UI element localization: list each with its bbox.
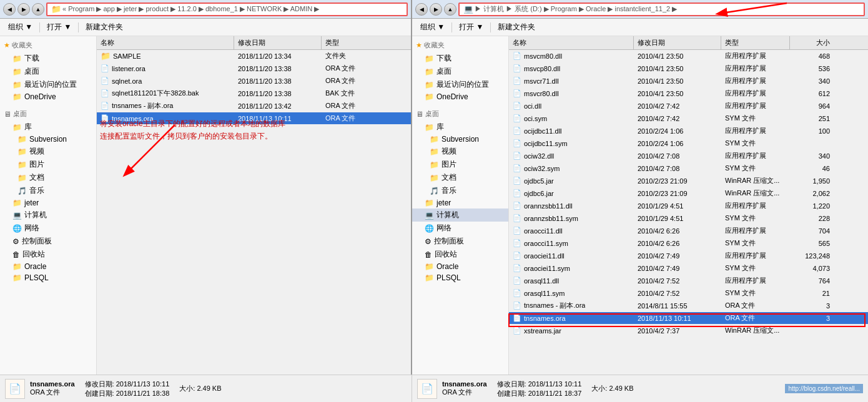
r-file-row[interactable]: 📄 oraociei11.sym 2010/4/2 7:49 SYM 文件 4,… <box>509 262 868 275</box>
sidebar-item-recent[interactable]: 📁 最近访问的位置 <box>0 78 96 91</box>
r-sidebar-computer[interactable]: 💻 计算机 <box>412 208 508 222</box>
sidebar-item-control[interactable]: ⚙ 控制面板 <box>0 235 96 248</box>
file-name-cell: 📁 SAMPLE <box>97 51 234 61</box>
r-up-button[interactable]: ▲ <box>444 3 456 16</box>
left-address-path[interactable]: 📁 « Program ▶ app ▶ jeter ▶ product ▶ 11… <box>46 2 408 16</box>
r-file-row[interactable]: 📄 orasql11.dll 2010/4/2 7:52 应用程序扩展 764 <box>509 275 868 287</box>
r-file-row[interactable]: 📄 ojdbc5.jar 2010/2/23 21:09 WinRAR 压缩文.… <box>509 175 868 187</box>
r-sidebar-jeter[interactable]: 📁 jeter <box>412 197 508 208</box>
file-row-sqlnet-bak[interactable]: 📄 sqlnet1811201下午3828.bak 2018/11/20 13:… <box>97 87 411 100</box>
r-file-row[interactable]: 📄 oci.dll 2010/4/2 7:42 应用程序扩展 964 <box>509 100 868 112</box>
r-file-type-cell: SYM 文件 <box>721 164 790 173</box>
file-row-sqlnet[interactable]: 📄 sqlnet.ora 2018/11/20 13:38 ORA 文件 <box>97 75 411 87</box>
r-file-row[interactable]: 📄 xstreams.jar 2010/4/2 7:37 WinRAR 压缩文.… <box>509 325 868 337</box>
sidebar-item-jeter[interactable]: 📁 jeter <box>0 197 96 208</box>
r-file-row[interactable]: 📄 oci.sym 2010/4/2 7:42 SYM 文件 251 <box>509 112 868 125</box>
r-file-row[interactable]: 📄 tnsnames.ora 2018/11/13 10:11 ORA 文件 3 <box>509 312 868 325</box>
r-file-icon: 📄 <box>513 239 521 247</box>
right-col-headers: 名称 修改日期 类型 大小 <box>509 36 868 50</box>
r-file-row[interactable]: 📄 ojdbc6.jar 2010/2/23 21:09 WinRAR 压缩文.… <box>509 187 868 200</box>
r-file-row[interactable]: 📄 msvcm80.dll 2010/4/1 23:50 应用程序扩展 468 <box>509 50 868 62</box>
r-organize-button[interactable]: 组织 ▼ <box>417 21 448 33</box>
sidebar-item-download[interactable]: 📁 下载 <box>0 52 96 65</box>
r-file-row[interactable]: 📄 oraociei11.dll 2010/4/2 7:49 应用程序扩展 12… <box>509 250 868 262</box>
sidebar-item-doc[interactable]: 📁 文档 <box>0 171 96 184</box>
r-sidebar-subversion[interactable]: 📁 Subversion <box>412 134 508 145</box>
up-button[interactable]: ▲ <box>32 3 44 16</box>
r-sidebar-download[interactable]: 📁 下载 <box>412 52 508 65</box>
col-name-header[interactable]: 名称 <box>97 36 234 49</box>
r-open-button[interactable]: 打开 ▼ <box>456 21 486 33</box>
r-file-row[interactable]: 📄 msvcr80.dll 2010/4/1 23:50 应用程序扩展 612 <box>509 87 868 100</box>
r-sidebar-recycle[interactable]: 🗑 回收站 <box>412 248 508 261</box>
r-file-row[interactable]: 📄 orannzsbb11.sym 2010/1/29 4:51 SYM 文件 … <box>509 212 868 225</box>
r-sidebar-video[interactable]: 📁 视频 <box>412 145 508 158</box>
new-folder-button[interactable]: 新建文件夹 <box>82 21 126 33</box>
r-file-row[interactable]: 📄 tnsnames - 副本.ora 2014/8/11 15:55 ORA … <box>509 300 868 312</box>
file-row-tnsnames-copy[interactable]: 📄 tnsnames - 副本.ora 2018/11/20 13:42 ORA… <box>97 100 411 112</box>
sidebar-item-recycle[interactable]: 🗑 回收站 <box>0 248 96 261</box>
sidebar-item-computer[interactable]: 💻 计算机 <box>0 208 96 222</box>
sidebar-item-pic[interactable]: 📁 图片 <box>0 158 96 171</box>
r-sidebar-doc[interactable]: 📁 文档 <box>412 171 508 184</box>
r-file-type-cell: SYM 文件 <box>721 263 790 273</box>
r-file-row[interactable]: 📄 ociw32.sym 2010/4/2 7:08 SYM 文件 46 <box>509 162 868 175</box>
r-file-row[interactable]: 📄 oraocci11.sym 2010/4/2 6:26 SYM 文件 565 <box>509 237 868 250</box>
r-file-name-cell: 📄 tnsnames.ora <box>509 314 634 322</box>
r-sidebar-pic[interactable]: 📁 图片 <box>412 158 508 171</box>
sidebar-item-ku[interactable]: 📁 库 <box>0 120 96 134</box>
sidebar-item-music[interactable]: 🎵 音乐 <box>0 184 96 197</box>
col-type-header[interactable]: 类型 <box>322 36 384 49</box>
sidebar-item-video[interactable]: 📁 视频 <box>0 145 96 158</box>
r-sidebar-music[interactable]: 🎵 音乐 <box>412 184 508 197</box>
r-col-size[interactable]: 大小 <box>790 36 834 49</box>
open-button[interactable]: 打开 ▼ <box>44 21 74 33</box>
r-file-date-cell: 2010/2/24 1:06 <box>634 127 721 135</box>
r-file-row[interactable]: 📄 orannzsbb11.dll 2010/1/29 4:51 应用程序扩展 … <box>509 200 868 212</box>
desktop-title: 🖥 桌面 <box>0 107 96 120</box>
file-row-sample[interactable]: 📁 SAMPLE 2018/11/20 13:34 文件夹 <box>97 50 411 62</box>
r-sidebar-ku[interactable]: 📁 库 <box>412 120 508 134</box>
r-sidebar-oracle[interactable]: 📁 Oracle <box>412 261 508 272</box>
r-back-button[interactable]: ◀ <box>415 3 428 16</box>
r-file-name-cell: 📄 oraociei11.dll <box>509 252 634 260</box>
sidebar-item-plsql[interactable]: 📁 PLSQL <box>0 272 96 283</box>
r-sidebar-control[interactable]: ⚙ 控制面板 <box>412 235 508 248</box>
r-control-icon: ⚙ <box>425 237 432 246</box>
r-forward-button[interactable]: ▶ <box>430 3 442 16</box>
r-sidebar-onedrive[interactable]: 📁 OneDrive <box>412 91 508 102</box>
r-sidebar-recent[interactable]: 📁 最近访问的位置 <box>412 78 508 91</box>
r-file-row[interactable]: 📄 ocijdbc11.dll 2010/2/24 1:06 应用程序扩展 10… <box>509 125 868 137</box>
folder-icon: 📁 <box>425 262 434 271</box>
file-type-cell: ORA 文件 <box>322 114 384 123</box>
r-sidebar-desktop1[interactable]: 📁 桌面 <box>412 65 508 78</box>
col-date-header[interactable]: 修改日期 <box>234 36 322 49</box>
file-row-listener[interactable]: 📄 listener.ora 2018/11/20 13:38 ORA 文件 <box>97 62 411 75</box>
r-file-date-cell: 2010/1/29 4:51 <box>634 215 721 222</box>
r-file-row[interactable]: 📄 ocijdbc11.sym 2010/2/24 1:06 SYM 文件 <box>509 137 868 150</box>
forward-button[interactable]: ▶ <box>17 3 30 16</box>
sidebar-item-network[interactable]: 🌐 网络 <box>0 222 96 235</box>
r-file-row[interactable]: 📄 msvcp80.dll 2010/4/1 23:50 应用程序扩展 536 <box>509 62 868 75</box>
r-file-row[interactable]: 📄 ociw32.dll 2010/4/2 7:08 应用程序扩展 340 <box>509 150 868 162</box>
r-new-folder-button[interactable]: 新建文件夹 <box>495 21 538 33</box>
right-address-path[interactable]: 💻 ▶ 计算机 ▶ 系统 (D:) ▶ Program ▶ Oracle ▶ i… <box>458 2 865 16</box>
file-row-tnsnames[interactable]: 📄 tnsnames.ora 2018/11/13 10:11 ORA 文件 <box>97 112 411 125</box>
sidebar-item-onedrive[interactable]: 📁 OneDrive <box>0 91 96 102</box>
r-sidebar-plsql[interactable]: 📁 PLSQL <box>412 272 508 283</box>
organize-button[interactable]: 组织 ▼ <box>5 21 36 33</box>
r-monitor-icon: 🖥 <box>416 110 423 119</box>
r-file-icon: 📄 <box>513 164 521 172</box>
sidebar-item-oracle[interactable]: 📁 Oracle <box>0 261 96 272</box>
sidebar-item-subversion[interactable]: 📁 Subversion <box>0 134 96 145</box>
r-file-icon: 📄 <box>513 102 521 110</box>
r-col-name[interactable]: 名称 <box>509 36 634 49</box>
back-button[interactable]: ◀ <box>3 3 16 16</box>
r-file-row[interactable]: 📄 msvcr71.dll 2010/4/1 23:50 应用程序扩展 340 <box>509 75 868 87</box>
r-col-type[interactable]: 类型 <box>721 36 790 49</box>
sidebar-item-desktop1[interactable]: 📁 桌面 <box>0 65 96 78</box>
r-file-row[interactable]: 📄 oraocci11.dll 2010/4/2 6:26 应用程序扩展 704 <box>509 225 868 237</box>
r-file-row[interactable]: 📄 orasql11.sym 2010/4/2 7:52 SYM 文件 21 <box>509 287 868 300</box>
r-sidebar-network[interactable]: 🌐 网络 <box>412 222 508 235</box>
r-col-date[interactable]: 修改日期 <box>634 36 721 49</box>
